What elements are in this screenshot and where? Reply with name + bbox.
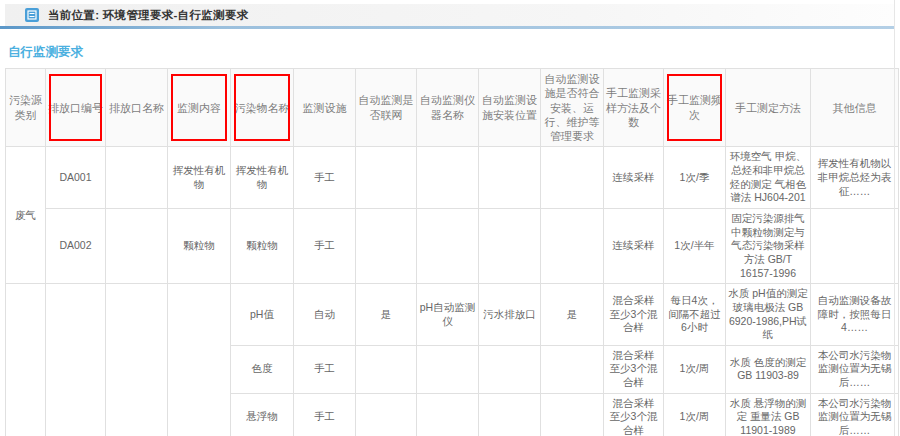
- table-cell: pH自动监测仪: [417, 284, 479, 346]
- col-header-label: 自动监测是否联网: [359, 94, 414, 120]
- table-cell: [106, 284, 168, 436]
- table-cell: [417, 345, 479, 393]
- table-cell: [417, 147, 479, 209]
- table-cell: 1次/半年: [664, 209, 726, 284]
- monitoring-requirements-table: 污染源类别 排放口编号 排放口名称 监测内容 污染物名称 监测设施 自动监测是否…: [5, 68, 899, 436]
- col-header-label: 自动监测设施是否符合安装、运行、维护等管理要求: [545, 73, 600, 142]
- table-cell: 1次/周: [664, 393, 726, 436]
- table-cell: 是: [541, 284, 604, 346]
- table-cell: 自动: [294, 284, 356, 346]
- table-cell: 1次/周: [664, 345, 726, 393]
- col-header-manual-method: 手工测定方法: [726, 69, 811, 147]
- col-header-manual-frequency: 手工监测频次: [664, 69, 726, 147]
- col-header-outlet-name: 排放口名称: [106, 69, 168, 147]
- breadcrumb-bar: 当前位置: 环境管理要求-自行监测要求: [5, 4, 894, 26]
- table-cell: 每日4次，间隔不超过6小时: [664, 284, 726, 346]
- table-cell: 手工: [294, 147, 356, 209]
- cell-source-category: 废气: [6, 147, 46, 284]
- col-header-auto-location: 自动监测设施安装位置: [479, 69, 541, 147]
- table-cell: 1次/季: [664, 147, 726, 209]
- table-row: 废气 DA001 挥发性有机物 挥发性有机物 手工 连续采样 1次/季 环境空气…: [6, 147, 899, 209]
- table-cell: [541, 209, 604, 284]
- cell-outlet-id: DA002: [46, 209, 106, 284]
- table-cell: 水质 色度的测定GB 11903-89: [726, 345, 811, 393]
- table-cell: 手工: [294, 209, 356, 284]
- col-header-label: 手工测定方法: [735, 102, 801, 114]
- cell-outlet-id: DW001: [46, 284, 106, 436]
- table-cell: 连续采样: [604, 147, 664, 209]
- highlight-box: [667, 74, 722, 141]
- table-cell: 混合采样 至少3个混合样: [604, 393, 664, 436]
- table-cell: [479, 393, 541, 436]
- table-cell: 挥发性有机物: [168, 147, 231, 209]
- table-cell: [106, 147, 168, 209]
- col-header-source-category: 污染源类别: [6, 69, 46, 147]
- table-cell: [541, 147, 604, 209]
- table-cell: 本公司水污染物监测位置为无锡后……: [811, 345, 899, 393]
- col-header-label: 自动监测仪器名称: [420, 94, 475, 120]
- col-header-manual-sampling: 手工监测采样方法及个数: [604, 69, 664, 147]
- table-cell: 手工: [294, 345, 356, 393]
- col-header-label: 手工监测采样方法及个数: [606, 87, 661, 128]
- table-cell: 悬浮物: [231, 393, 294, 436]
- table-cell: 连续采样: [604, 209, 664, 284]
- page: 当前位置: 环境管理要求-自行监测要求 自行监测要求 污染源类别 排放口编号 排…: [0, 0, 900, 436]
- table-cell: 混合采样 至少3个混合样: [604, 345, 664, 393]
- col-header-auto-compliance: 自动监测设施是否符合安装、运行、维护等管理要求: [541, 69, 604, 147]
- col-header-pollutant-name: 污染物名称: [231, 69, 294, 147]
- col-header-label: 其他信息: [833, 102, 877, 114]
- table-cell: [417, 209, 479, 284]
- table-cell: 固定污染源排气中颗粒物测定与气态污染物采样方法 GB/T 16157-1996: [726, 209, 811, 284]
- table-cell: [811, 209, 899, 284]
- table-cell: [106, 209, 168, 284]
- table-cell: 手工: [294, 393, 356, 436]
- cell-source-category: 废水: [6, 284, 46, 436]
- col-header-auto-networked: 自动监测是否联网: [356, 69, 417, 147]
- col-header-outlet-id: 排放口编号: [46, 69, 106, 147]
- table-cell: [479, 147, 541, 209]
- divider: [0, 26, 894, 29]
- col-header-label: 监测设施: [303, 102, 347, 114]
- table-cell: 颗粒物: [168, 209, 231, 284]
- table-row: DA002 颗粒物 颗粒物 手工 连续采样 1次/半年 固定污染源排气中颗粒物测…: [6, 209, 899, 284]
- col-header-monitor-content: 监测内容: [168, 69, 231, 147]
- cell-outlet-id: DA001: [46, 147, 106, 209]
- page-right-border: [894, 0, 895, 436]
- col-header-label: 污染物名称: [235, 102, 290, 114]
- table-cell: [356, 147, 417, 209]
- table-cell: 自动监测设备故障时，按照每日4……: [811, 284, 899, 346]
- table-cell: 挥发性有机物以非甲烷总烃为表征……: [811, 147, 899, 209]
- col-header-auto-instrument: 自动监测仪器名称: [417, 69, 479, 147]
- book-icon: [25, 8, 39, 22]
- table-cell: 本公司水污染物监测位置为无锡后……: [811, 393, 899, 436]
- col-header-label: 手工监测频次: [667, 94, 722, 120]
- col-header-label: 自动监测设施安装位置: [482, 94, 537, 120]
- table-cell: pH值: [231, 284, 294, 346]
- col-header-label: 排放口编号: [48, 102, 103, 114]
- table-cell: 水质 pH值的测定 玻璃电极法 GB 6920-1986,PH试纸: [726, 284, 811, 346]
- table-cell: [541, 345, 604, 393]
- table-cell: 挥发性有机物: [231, 147, 294, 209]
- col-header-label: 监测内容: [177, 102, 221, 114]
- breadcrumb: 当前位置: 环境管理要求-自行监测要求: [48, 8, 249, 23]
- col-header-label: 污染源类别: [9, 94, 42, 120]
- table-cell: 颗粒物: [231, 209, 294, 284]
- table-cell: [541, 393, 604, 436]
- table-cell: [356, 345, 417, 393]
- table-cell: [417, 393, 479, 436]
- table-cell: [356, 393, 417, 436]
- table-cell: 污水排放口: [479, 284, 541, 346]
- table-cell: [479, 209, 541, 284]
- table-row: 废水 DW001 流量 pH值 自动 是 pH自动监测仪 污水排放口 是 混合采…: [6, 284, 899, 346]
- col-header-other-info: 其他信息: [811, 69, 899, 147]
- col-header-monitor-facility: 监测设施: [294, 69, 356, 147]
- table-cell: 色度: [231, 345, 294, 393]
- table-header-row: 污染源类别 排放口编号 排放口名称 监测内容 污染物名称 监测设施 自动监测是否…: [6, 69, 899, 147]
- table-cell: 混合采样 至少3个混合样: [604, 284, 664, 346]
- table-cell: [479, 345, 541, 393]
- page-title: 自行监测要求: [8, 44, 83, 61]
- table-cell: 流量: [168, 284, 231, 436]
- table-cell: 水质 悬浮物的测定 重量法 GB 11901-1989: [726, 393, 811, 436]
- table-cell: [356, 209, 417, 284]
- table-cell: 环境空气 甲烷、总烃和非甲烷总烃的测定 气相色谱法 HJ604-201: [726, 147, 811, 209]
